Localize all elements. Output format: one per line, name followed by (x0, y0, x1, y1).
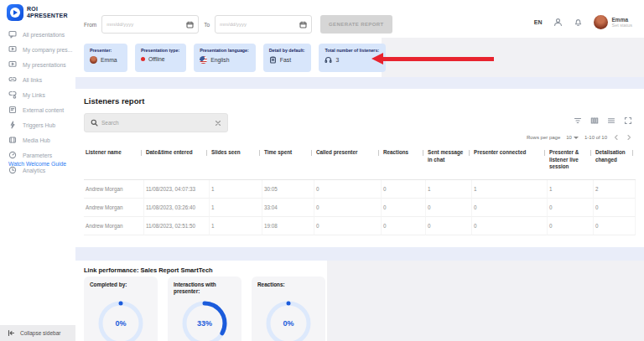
presentation-icon (8, 45, 17, 54)
listeners-table: Listener name Date&time entered Slides s… (84, 147, 637, 235)
table-cell: 0 (382, 180, 426, 199)
chip-presentation-language[interactable]: Presentation language: English (194, 44, 256, 72)
filter-icon[interactable] (574, 116, 582, 125)
sidebar: All presentations My company pres... My … (0, 27, 75, 178)
column-menu-handle[interactable] (311, 150, 312, 156)
completed-by-card: Completed by: 0% (84, 276, 158, 341)
progress-value: 0% (97, 300, 144, 341)
sidebar-item-my-presentations[interactable]: My presentations (0, 57, 75, 72)
column-menu-handle[interactable] (378, 150, 379, 156)
progress-value: 0% (265, 300, 312, 341)
table-cell: 0 (472, 199, 548, 217)
column-menu-handle[interactable] (259, 150, 260, 156)
collapse-sidebar-button[interactable]: Collapse sidebar (0, 325, 75, 341)
external-content-icon (8, 106, 17, 114)
dropdown-caret-icon (574, 137, 579, 139)
progress-ring: 0% (265, 300, 312, 341)
column-menu-handle[interactable] (544, 150, 545, 156)
to-date-field[interactable] (215, 15, 312, 34)
column-header[interactable]: Called presenter (314, 147, 382, 180)
media-icon (8, 136, 17, 144)
interactions-card: Interactions with presenter: 33% (168, 276, 242, 341)
column-header[interactable]: Slides seen (210, 147, 262, 180)
page-range: 1-10 of 10 (584, 135, 607, 140)
calendar-icon[interactable] (299, 21, 307, 28)
generate-report-button[interactable]: GENERATE REPORT (320, 15, 392, 34)
offline-dot-icon (141, 57, 145, 61)
link-performance-title: Link performance: Sales Report SmartTech (84, 266, 213, 274)
table-cell: 0 (426, 199, 472, 217)
column-header[interactable]: Date&time entered (144, 147, 210, 180)
column-header[interactable]: Presenter connected (472, 147, 548, 180)
column-header[interactable]: Reactions (382, 147, 426, 180)
column-header[interactable]: Listener name (84, 147, 144, 180)
user-status[interactable]: Set status (612, 23, 632, 28)
search-input[interactable] (101, 120, 211, 126)
gauge-icon (8, 151, 17, 159)
list-view-icon[interactable] (607, 116, 615, 125)
sidebar-item-triggers-hub[interactable]: Triggers Hub (0, 117, 75, 132)
table-cell[interactable]: Andrew Morgan (84, 199, 144, 217)
logo-text: ROI 4PRESENTER (27, 6, 68, 19)
search-icon (91, 119, 98, 127)
table-cell: 2 (594, 180, 636, 199)
column-header[interactable]: Time spent (262, 147, 314, 180)
column-header[interactable]: Presenter & listener live session (548, 147, 594, 180)
next-page-icon[interactable] (626, 134, 632, 141)
language-selector[interactable]: EN (534, 19, 543, 25)
user-avatar (594, 15, 608, 29)
sidebar-item-external-content[interactable]: External content (0, 102, 75, 117)
clock-icon (8, 166, 17, 174)
annotation-arrow-icon (371, 53, 383, 65)
column-menu-handle[interactable] (423, 150, 423, 156)
link-person-icon (8, 90, 17, 99)
column-menu-handle[interactable] (469, 150, 470, 156)
table-cell[interactable]: Andrew Morgan (84, 217, 144, 235)
pagination: Rows per page 10 1-10 of 10 (527, 134, 632, 141)
sidebar-item-my-links[interactable]: My Links (0, 87, 75, 102)
table-cell: 0 (594, 199, 636, 217)
from-date-input[interactable] (106, 22, 184, 27)
progress-ring: 0% (97, 300, 144, 341)
column-header[interactable]: Sent message in chat (426, 147, 472, 180)
collapse-arrow-icon (8, 329, 15, 337)
sidebar-item-all-links[interactable]: All links (0, 72, 75, 87)
link-performance-cards: Completed by: 0% Interactions with prese… (84, 276, 325, 341)
link-icon (8, 75, 17, 84)
table-cell: 0 (314, 199, 382, 217)
search-bar[interactable] (84, 113, 228, 132)
sidebar-item-my-company-presentations[interactable]: My company pres... (0, 42, 75, 57)
clear-search-icon[interactable] (215, 120, 221, 127)
account-settings-icon[interactable] (553, 18, 563, 27)
prev-page-icon[interactable] (613, 134, 620, 141)
table-cell: 0 (472, 217, 548, 235)
chip-presenter[interactable]: Presenter: Emma (84, 44, 127, 72)
column-menu-handle[interactable] (141, 150, 142, 156)
column-menu-handle[interactable] (206, 150, 207, 156)
filter-chips: Presenter: Emma Presentation type: Offli… (84, 44, 386, 72)
chip-presentation-type[interactable]: Presentation type: Offline (135, 44, 186, 72)
app-logo[interactable]: ROI 4PRESENTER (7, 4, 68, 21)
to-date-input[interactable] (220, 22, 297, 27)
column-header[interactable]: Detalisation changed (594, 147, 636, 180)
calendar-icon[interactable] (186, 21, 194, 28)
table-cell: 1 (472, 180, 548, 199)
watch-welcome-guide-link[interactable]: Watch Welcome Guide (8, 161, 66, 167)
column-menu-handle[interactable] (590, 150, 591, 156)
user-menu[interactable]: Emma Set status (594, 15, 632, 29)
column-menu-handle[interactable] (632, 150, 633, 156)
columns-icon[interactable] (590, 116, 599, 125)
table-cell: 11/08/2023, 02:51:50 (144, 217, 210, 235)
table-cell: 0 (548, 217, 594, 235)
notifications-icon[interactable] (574, 18, 583, 27)
rows-per-page-select[interactable]: 10 (566, 135, 579, 140)
fullscreen-icon[interactable] (624, 116, 632, 125)
table-cell: 1 (210, 180, 262, 199)
from-label: From (84, 22, 96, 28)
clipboard-icon (269, 56, 277, 64)
sidebar-item-media-hub[interactable]: Media Hub (0, 132, 75, 147)
from-date-field[interactable] (101, 15, 199, 34)
chip-detail-by-default[interactable]: Detail by default: Fast (263, 44, 312, 72)
table-cell[interactable]: Andrew Morgan (84, 180, 144, 199)
sidebar-item-all-presentations[interactable]: All presentations (0, 27, 75, 42)
